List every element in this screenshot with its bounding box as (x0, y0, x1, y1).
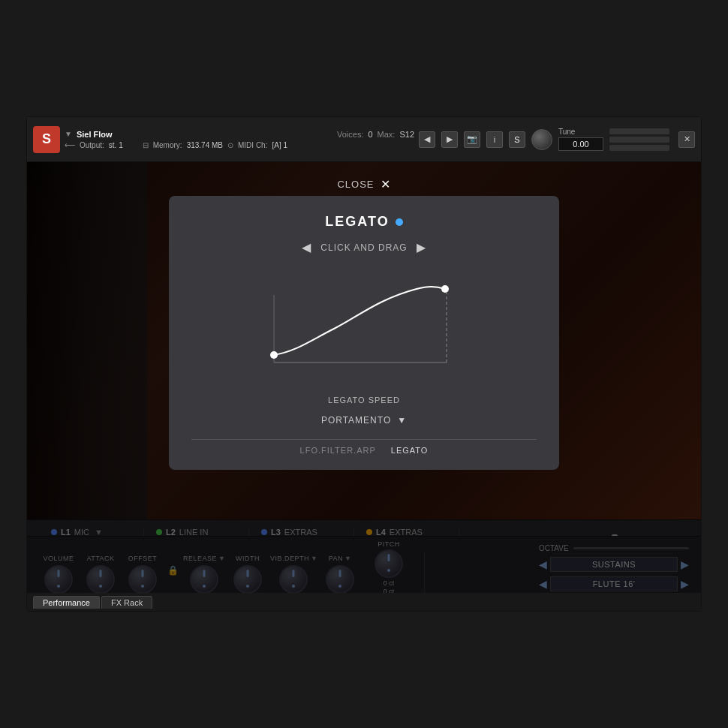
legato-title-row: LEGATO (325, 214, 402, 230)
close-bar[interactable]: CLOSE ✕ (337, 177, 390, 191)
tune-knob[interactable] (531, 129, 552, 150)
prev-button[interactable]: ◀ (419, 131, 435, 148)
tab-legato[interactable]: LEGATO (391, 446, 429, 455)
info-button[interactable]: i (486, 131, 503, 148)
legato-panel: LEGATO ◀ CLICK AND DRAG ▶ (169, 196, 559, 470)
tune-value: 0.00 (573, 140, 588, 149)
slider-1[interactable] (609, 128, 669, 134)
output-icon: ⟵ (65, 141, 75, 149)
slider-2[interactable] (609, 137, 669, 143)
output-label: Output: (80, 141, 104, 149)
voices-value: 0 (368, 130, 372, 139)
curve-display[interactable] (236, 265, 492, 385)
camera-button[interactable]: 📷 (464, 131, 480, 148)
top-bar: S ▼ Siel Flow Voices: 0 Max: S12 ⟵ Outpu… (27, 117, 701, 162)
output-value[interactable]: st. 1 (109, 141, 123, 149)
close-window-button[interactable]: ✕ (678, 131, 695, 148)
bottom-tabs: Performance FX Rack (27, 593, 701, 611)
close-icon[interactable]: ✕ (381, 177, 391, 191)
tune-label: Tune (558, 128, 575, 136)
drag-label: CLICK AND DRAG (320, 242, 407, 253)
app-window: S ▼ Siel Flow Voices: 0 Max: S12 ⟵ Outpu… (26, 116, 702, 612)
tab-performance[interactable]: Performance (33, 596, 100, 609)
logo: S (33, 126, 60, 153)
right-arrow-button[interactable]: ▶ (417, 240, 426, 254)
right-sliders (609, 128, 669, 151)
main-content: CLOSE ✕ LEGATO ◀ CLICK AND DRAG ▶ (27, 162, 701, 611)
dropdown-icon: ▼ (65, 130, 72, 138)
next-button[interactable]: ▶ (441, 131, 458, 148)
instrument-name[interactable]: Siel Flow (77, 130, 113, 139)
memory-value: 313.74 MB (187, 141, 223, 149)
voices-label: Voices: (337, 130, 363, 139)
left-arrow-button[interactable]: ◀ (302, 240, 311, 254)
top-bar-left: ▼ Siel Flow Voices: 0 Max: S12 ⟵ Output:… (65, 130, 414, 149)
top-bar-controls: ◀ ▶ 📷 i S Tune 0.00 ✕ (419, 128, 695, 151)
midi-value[interactable]: [A] 1 (272, 141, 287, 149)
tab-fx-rack[interactable]: FX Rack (101, 596, 152, 609)
portamento-label: PORTAMENTO (321, 415, 391, 426)
modal-overlay: CLOSE ✕ LEGATO ◀ CLICK AND DRAG ▶ (27, 162, 701, 611)
midi-label: MIDI Ch: (238, 141, 267, 149)
memory-label: Memory: (153, 141, 182, 149)
svg-point-3 (270, 351, 278, 359)
portamento-row: PORTAMENTO ▼ (321, 415, 407, 426)
tune-display: 0.00 (558, 137, 603, 151)
slider-3[interactable] (609, 145, 669, 151)
top-bar-row-2: ⟵ Output: st. 1 ⊟ Memory: 313.74 MB ⊙ MI… (65, 141, 414, 149)
midi-icon: ⊙ (227, 141, 233, 149)
close-label: CLOSE (337, 179, 374, 190)
tune-box: Tune 0.00 (558, 128, 603, 151)
drag-row: ◀ CLICK AND DRAG ▶ (302, 240, 426, 254)
memory-icon: ⊟ (143, 141, 149, 149)
top-bar-row-1: ▼ Siel Flow Voices: 0 Max: S12 (65, 130, 414, 139)
legato-active-dot (396, 218, 403, 226)
legato-title: LEGATO (325, 214, 389, 230)
tab-row: LFO.FILTER.ARP LEGATO (191, 439, 537, 455)
portamento-dropdown[interactable]: ▼ (397, 415, 407, 426)
svg-point-4 (441, 285, 449, 293)
tab-lfo[interactable]: LFO.FILTER.ARP (300, 446, 376, 455)
max-label: Max: (378, 130, 396, 139)
speed-label: LEGATO SPEED (328, 396, 400, 405)
s-button[interactable]: S (509, 131, 525, 148)
max-value: S12 (399, 130, 414, 139)
